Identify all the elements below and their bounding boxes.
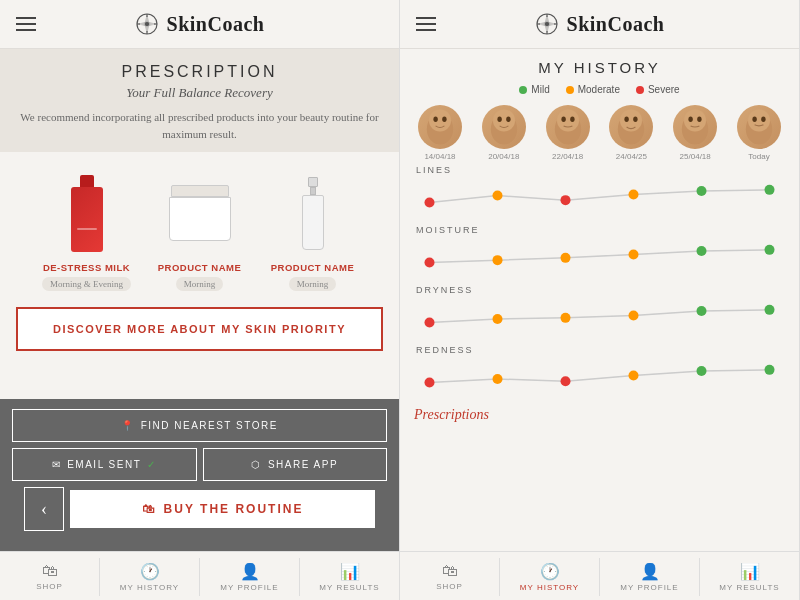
svg-point-61 <box>629 371 639 381</box>
face-thumb-4: 24/04/25 <box>609 105 653 161</box>
chart-svg-2 <box>414 297 785 337</box>
svg-point-26 <box>561 117 565 123</box>
product-card-3: PRODUCT NAME Morning <box>260 168 365 291</box>
face-thumb-3: 22/04/18 <box>546 105 590 161</box>
svg-point-38 <box>752 117 756 123</box>
nav-profile-right[interactable]: 👤 MY PROFILE <box>600 558 699 596</box>
legend-label-moderate: Moderate <box>578 84 620 95</box>
svg-point-27 <box>570 117 574 123</box>
chart-svg-0 <box>414 177 785 217</box>
history-icon-right: 🕐 <box>540 562 560 581</box>
legend: Mild Moderate Severe <box>414 84 785 95</box>
chart-section-2: DRYNESS <box>414 285 785 341</box>
svg-point-58 <box>425 377 435 387</box>
share-icon: ⬡ <box>251 459 262 470</box>
legend-label-severe: Severe <box>648 84 680 95</box>
profile-icon-left: 👤 <box>240 562 260 581</box>
face-thumb-1: 14/04/18 <box>418 105 462 161</box>
face-row: 14/04/18 20/04/18 <box>414 105 785 161</box>
discover-button[interactable]: DISCOVER MORE ABOUT MY SKIN PRIORITY <box>16 307 383 351</box>
svg-point-56 <box>697 306 707 316</box>
svg-point-57 <box>765 305 775 315</box>
svg-point-18 <box>433 117 437 123</box>
svg-point-37 <box>748 109 770 131</box>
svg-point-25 <box>557 109 579 131</box>
svg-point-22 <box>497 117 501 123</box>
svg-point-63 <box>765 365 775 375</box>
svg-point-44 <box>697 186 707 196</box>
results-label-right: MY RESULTS <box>719 583 779 592</box>
legend-dot-severe <box>636 86 644 94</box>
nav-results-left[interactable]: 📊 MY RESULTS <box>300 558 399 596</box>
nav-history-right[interactable]: 🕐 MY HISTORY <box>500 558 599 596</box>
svg-point-52 <box>425 317 435 327</box>
profile-icon-right: 👤 <box>640 562 660 581</box>
product-card-2: PRODUCT NAME Morning <box>147 168 252 291</box>
share-button[interactable]: ⬡ SHARE APP <box>203 448 388 481</box>
svg-point-59 <box>493 374 503 384</box>
svg-point-40 <box>425 197 435 207</box>
chart-label-3: REDNESS <box>414 345 785 355</box>
legend-moderate: Moderate <box>566 84 620 95</box>
face-image-5 <box>673 105 717 149</box>
chart-label-2: DRYNESS <box>414 285 785 295</box>
results-icon-right: 📊 <box>740 562 760 581</box>
history-label-right: MY HISTORY <box>520 583 579 592</box>
hamburger-menu-right[interactable] <box>416 17 436 31</box>
hamburger-menu-left[interactable] <box>16 17 36 31</box>
profile-label-right: MY PROFILE <box>620 583 678 592</box>
product-time-1: Morning & Evening <box>42 277 131 291</box>
history-icon-left: 🕐 <box>140 562 160 581</box>
prescriptions-label: Prescriptions <box>414 407 785 427</box>
svg-point-49 <box>629 249 639 259</box>
svg-point-42 <box>561 195 571 205</box>
product-image-1 <box>42 168 132 258</box>
nav-results-right[interactable]: 📊 MY RESULTS <box>700 558 799 596</box>
face-image-4 <box>609 105 653 149</box>
face-image-2 <box>482 105 526 149</box>
nav-history-left[interactable]: 🕐 MY HISTORY <box>100 558 199 596</box>
svg-point-39 <box>761 117 765 123</box>
face-image-1 <box>418 105 462 149</box>
product-card-1: DE-STRESS MILK Morning & Evening <box>34 168 139 291</box>
svg-point-51 <box>765 245 775 255</box>
app-name-left: SkinCoach <box>167 13 265 36</box>
right-content: MY HISTORY Mild Moderate Severe <box>400 49 799 551</box>
svg-point-47 <box>493 255 503 265</box>
prescription-subtitle: Your Full Balance Recovery <box>20 85 379 101</box>
svg-point-41 <box>493 191 503 201</box>
chart-label-1: MOISTURE <box>414 225 785 235</box>
legend-severe: Severe <box>636 84 680 95</box>
action-buttons: 📍 FIND NEAREST STORE ✉ EMAIL SENT ✓ ⬡ SH… <box>0 399 399 551</box>
check-icon: ✓ <box>147 459 157 470</box>
svg-point-23 <box>506 117 510 123</box>
chart-section-3: REDNESS <box>414 345 785 401</box>
product-image-2 <box>155 168 245 258</box>
product-image-3 <box>268 168 358 258</box>
face-date-1: 14/04/18 <box>424 152 455 161</box>
compass-icon-left <box>135 12 159 36</box>
svg-point-19 <box>442 117 446 123</box>
svg-point-45 <box>765 185 775 195</box>
nav-shop-left[interactable]: 🛍 SHOP <box>0 558 99 596</box>
back-button[interactable]: ‹ <box>24 487 64 531</box>
svg-point-34 <box>689 117 693 123</box>
face-date-4: 24/04/25 <box>616 152 647 161</box>
left-bottom-nav: 🛍 SHOP 🕐 MY HISTORY 👤 MY PROFILE 📊 MY RE… <box>0 551 399 600</box>
nav-profile-left[interactable]: 👤 MY PROFILE <box>200 558 299 596</box>
product-name-1: DE-STRESS MILK <box>43 262 130 273</box>
prescription-desc: We recommend incorporating all prescribe… <box>20 109 379 142</box>
legend-mild: Mild <box>519 84 549 95</box>
results-icon-left: 📊 <box>340 562 360 581</box>
product-time-2: Morning <box>176 277 224 291</box>
svg-point-30 <box>625 117 629 123</box>
results-label-left: MY RESULTS <box>319 583 379 592</box>
buy-routine-button[interactable]: 🛍 BUY THE ROUTINE <box>70 490 375 528</box>
nav-shop-right[interactable]: 🛍 SHOP <box>400 558 499 596</box>
shop-icon-left: 🛍 <box>42 562 58 580</box>
find-store-button[interactable]: 📍 FIND NEAREST STORE <box>12 409 387 442</box>
email-button[interactable]: ✉ EMAIL SENT ✓ <box>12 448 197 481</box>
buy-routine-section: ‹ 🛍 BUY THE ROUTINE <box>12 487 387 541</box>
history-label-left: MY HISTORY <box>120 583 179 592</box>
svg-point-33 <box>684 109 706 131</box>
